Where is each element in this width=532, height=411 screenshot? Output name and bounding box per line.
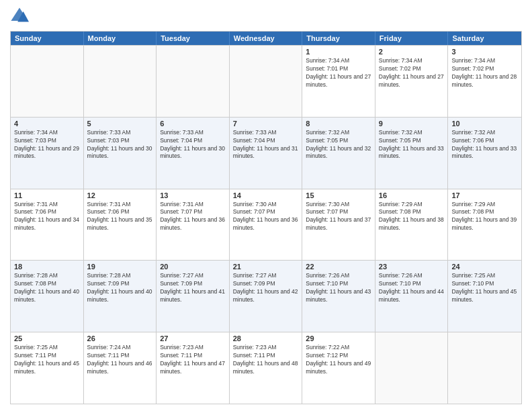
day-number: 3: [451, 48, 518, 56]
day-info: Sunrise: 7:25 AM Sunset: 7:10 PM Dayligh…: [451, 272, 518, 304]
day-info: Sunrise: 7:26 AM Sunset: 7:10 PM Dayligh…: [306, 272, 371, 304]
day-number: 24: [451, 263, 518, 271]
day-number: 5: [87, 120, 153, 128]
day-number: 13: [160, 191, 226, 199]
day-number: 29: [306, 334, 371, 342]
calendar-cell: 25Sunrise: 7:25 AM Sunset: 7:11 PM Dayli…: [11, 332, 84, 404]
header: [10, 7, 522, 26]
calendar-cell: 5Sunrise: 7:33 AM Sunset: 7:03 PM Daylig…: [84, 118, 157, 189]
calendar-cell: 11Sunrise: 7:31 AM Sunset: 7:06 PM Dayli…: [11, 189, 84, 261]
calendar-cell: 26Sunrise: 7:24 AM Sunset: 7:11 PM Dayli…: [84, 332, 157, 404]
calendar-cell: 27Sunrise: 7:23 AM Sunset: 7:11 PM Dayli…: [157, 332, 230, 404]
day-info: Sunrise: 7:28 AM Sunset: 7:09 PM Dayligh…: [87, 272, 153, 304]
day-info: Sunrise: 7:34 AM Sunset: 7:02 PM Dayligh…: [451, 57, 518, 89]
calendar-cell: 15Sunrise: 7:30 AM Sunset: 7:07 PM Dayli…: [302, 189, 375, 261]
day-number: 17: [451, 191, 518, 199]
day-info: Sunrise: 7:22 AM Sunset: 7:12 PM Dayligh…: [306, 344, 371, 376]
day-number: 15: [306, 191, 371, 199]
calendar-cell: 1Sunrise: 7:34 AM Sunset: 7:01 PM Daylig…: [302, 46, 375, 117]
calendar-cell: 7Sunrise: 7:33 AM Sunset: 7:04 PM Daylig…: [230, 118, 303, 189]
day-number: 1: [306, 48, 371, 56]
calendar-cell: 10Sunrise: 7:32 AM Sunset: 7:06 PM Dayli…: [448, 118, 521, 189]
day-number: 6: [160, 120, 226, 128]
header-cell-sunday: Sunday: [11, 32, 84, 45]
calendar-cell: 28Sunrise: 7:23 AM Sunset: 7:11 PM Dayli…: [230, 332, 303, 404]
day-info: Sunrise: 7:29 AM Sunset: 7:08 PM Dayligh…: [451, 201, 518, 233]
day-number: 7: [233, 120, 299, 128]
calendar-cell: 22Sunrise: 7:26 AM Sunset: 7:10 PM Dayli…: [302, 261, 375, 332]
day-info: Sunrise: 7:24 AM Sunset: 7:11 PM Dayligh…: [87, 344, 153, 376]
calendar-cell: [84, 46, 157, 117]
calendar-cell: 17Sunrise: 7:29 AM Sunset: 7:08 PM Dayli…: [448, 189, 521, 261]
calendar-cell: 23Sunrise: 7:26 AM Sunset: 7:10 PM Dayli…: [375, 261, 449, 332]
calendar-row-5: 25Sunrise: 7:25 AM Sunset: 7:11 PM Dayli…: [11, 332, 521, 404]
day-number: 23: [379, 263, 445, 271]
calendar: SundayMondayTuesdayWednesdayThursdayFrid…: [10, 31, 522, 404]
day-info: Sunrise: 7:33 AM Sunset: 7:04 PM Dayligh…: [233, 129, 299, 161]
day-number: 19: [87, 263, 153, 271]
day-info: Sunrise: 7:23 AM Sunset: 7:11 PM Dayligh…: [160, 344, 226, 376]
page: SundayMondayTuesdayWednesdayThursdayFrid…: [0, 0, 532, 411]
day-info: Sunrise: 7:29 AM Sunset: 7:08 PM Dayligh…: [379, 201, 445, 233]
calendar-cell: 19Sunrise: 7:28 AM Sunset: 7:09 PM Dayli…: [84, 261, 157, 332]
calendar-cell: 6Sunrise: 7:33 AM Sunset: 7:04 PM Daylig…: [157, 118, 230, 189]
day-number: 28: [233, 334, 299, 342]
calendar-cell: [157, 46, 230, 117]
calendar-cell: 3Sunrise: 7:34 AM Sunset: 7:02 PM Daylig…: [448, 46, 521, 117]
day-number: 26: [87, 334, 153, 342]
header-cell-tuesday: Tuesday: [157, 32, 230, 45]
calendar-body: 1Sunrise: 7:34 AM Sunset: 7:01 PM Daylig…: [11, 45, 521, 404]
day-number: 9: [379, 120, 445, 128]
day-number: 25: [14, 334, 80, 342]
day-info: Sunrise: 7:32 AM Sunset: 7:06 PM Dayligh…: [451, 129, 518, 161]
day-info: Sunrise: 7:34 AM Sunset: 7:03 PM Dayligh…: [14, 129, 80, 161]
calendar-row-2: 4Sunrise: 7:34 AM Sunset: 7:03 PM Daylig…: [11, 117, 521, 189]
logo: [10, 7, 32, 26]
calendar-cell: [11, 46, 84, 117]
day-info: Sunrise: 7:25 AM Sunset: 7:11 PM Dayligh…: [14, 344, 80, 376]
calendar-cell: 18Sunrise: 7:28 AM Sunset: 7:08 PM Dayli…: [11, 261, 84, 332]
day-info: Sunrise: 7:27 AM Sunset: 7:09 PM Dayligh…: [160, 272, 226, 304]
day-info: Sunrise: 7:34 AM Sunset: 7:01 PM Dayligh…: [306, 57, 371, 89]
day-number: 12: [87, 191, 153, 199]
day-info: Sunrise: 7:33 AM Sunset: 7:03 PM Dayligh…: [87, 129, 153, 161]
day-info: Sunrise: 7:28 AM Sunset: 7:08 PM Dayligh…: [14, 272, 80, 304]
calendar-cell: 21Sunrise: 7:27 AM Sunset: 7:09 PM Dayli…: [230, 261, 303, 332]
day-number: 14: [233, 191, 299, 199]
calendar-row-3: 11Sunrise: 7:31 AM Sunset: 7:06 PM Dayli…: [11, 189, 521, 261]
header-cell-wednesday: Wednesday: [230, 32, 303, 45]
calendar-cell: 2Sunrise: 7:34 AM Sunset: 7:02 PM Daylig…: [375, 46, 449, 117]
calendar-row-1: 1Sunrise: 7:34 AM Sunset: 7:01 PM Daylig…: [11, 45, 521, 117]
day-number: 4: [14, 120, 80, 128]
day-number: 10: [451, 120, 518, 128]
day-info: Sunrise: 7:32 AM Sunset: 7:05 PM Dayligh…: [379, 129, 445, 161]
day-number: 8: [306, 120, 371, 128]
day-info: Sunrise: 7:33 AM Sunset: 7:04 PM Dayligh…: [160, 129, 226, 161]
day-number: 18: [14, 263, 80, 271]
day-info: Sunrise: 7:26 AM Sunset: 7:10 PM Dayligh…: [379, 272, 445, 304]
calendar-cell: 9Sunrise: 7:32 AM Sunset: 7:05 PM Daylig…: [375, 118, 449, 189]
day-number: 11: [14, 191, 80, 199]
day-info: Sunrise: 7:34 AM Sunset: 7:02 PM Dayligh…: [379, 57, 445, 89]
day-number: 2: [379, 48, 445, 56]
header-cell-monday: Monday: [84, 32, 157, 45]
calendar-cell: 8Sunrise: 7:32 AM Sunset: 7:05 PM Daylig…: [302, 118, 375, 189]
calendar-cell: 4Sunrise: 7:34 AM Sunset: 7:03 PM Daylig…: [11, 118, 84, 189]
day-number: 21: [233, 263, 299, 271]
calendar-header: SundayMondayTuesdayWednesdayThursdayFrid…: [11, 32, 521, 45]
day-number: 22: [306, 263, 371, 271]
logo-icon: [10, 7, 29, 26]
calendar-cell: 20Sunrise: 7:27 AM Sunset: 7:09 PM Dayli…: [157, 261, 230, 332]
day-info: Sunrise: 7:32 AM Sunset: 7:05 PM Dayligh…: [306, 129, 371, 161]
calendar-cell: [375, 332, 449, 404]
calendar-cell: 16Sunrise: 7:29 AM Sunset: 7:08 PM Dayli…: [375, 189, 449, 261]
day-info: Sunrise: 7:30 AM Sunset: 7:07 PM Dayligh…: [306, 201, 371, 233]
day-info: Sunrise: 7:31 AM Sunset: 7:07 PM Dayligh…: [160, 201, 226, 233]
calendar-cell: 29Sunrise: 7:22 AM Sunset: 7:12 PM Dayli…: [302, 332, 375, 404]
day-info: Sunrise: 7:27 AM Sunset: 7:09 PM Dayligh…: [233, 272, 299, 304]
day-number: 16: [379, 191, 445, 199]
calendar-row-4: 18Sunrise: 7:28 AM Sunset: 7:08 PM Dayli…: [11, 260, 521, 332]
day-info: Sunrise: 7:30 AM Sunset: 7:07 PM Dayligh…: [233, 201, 299, 233]
header-cell-thursday: Thursday: [302, 32, 375, 45]
day-number: 20: [160, 263, 226, 271]
